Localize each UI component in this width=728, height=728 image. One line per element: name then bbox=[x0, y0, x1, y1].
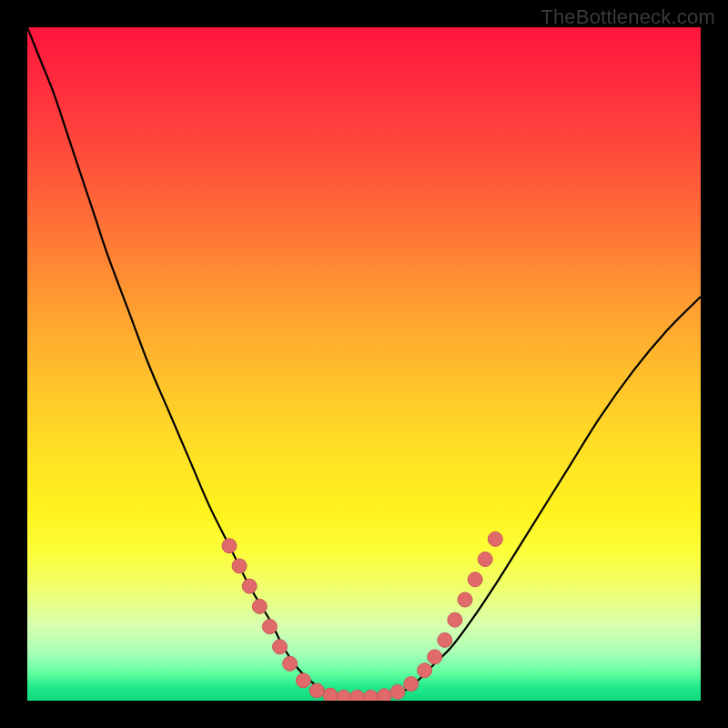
marker-dot bbox=[337, 690, 351, 701]
marker-dot bbox=[350, 690, 365, 701]
watermark-text: TheBottleneck.com bbox=[541, 5, 715, 29]
marker-dot bbox=[458, 592, 472, 607]
marker-dot bbox=[252, 599, 267, 613]
marker-dot bbox=[222, 539, 237, 553]
marker-dot bbox=[309, 683, 324, 698]
curve-layer bbox=[27, 27, 701, 701]
marker-dot bbox=[232, 559, 247, 573]
marker-dot bbox=[390, 684, 405, 699]
marker-dot bbox=[262, 620, 277, 634]
marker-dot bbox=[283, 656, 298, 671]
marker-dot bbox=[323, 688, 338, 701]
marker-dot bbox=[363, 690, 378, 701]
marker-dot bbox=[428, 650, 442, 664]
marker-dot bbox=[377, 689, 391, 701]
marker-dot bbox=[404, 677, 419, 692]
marker-dot bbox=[468, 572, 482, 587]
marker-dot bbox=[448, 612, 462, 627]
marker-dot bbox=[488, 531, 502, 546]
marker-dot bbox=[478, 552, 492, 567]
marker-dot bbox=[273, 640, 288, 654]
marker-dot bbox=[418, 663, 432, 678]
plot-area bbox=[27, 27, 701, 701]
marker-dot bbox=[438, 632, 452, 647]
marker-dot bbox=[242, 579, 257, 593]
curve-markers bbox=[222, 531, 502, 701]
chart-frame: TheBottleneck.com bbox=[0, 0, 728, 728]
bottleneck-curve bbox=[27, 27, 701, 697]
marker-dot bbox=[296, 673, 310, 688]
